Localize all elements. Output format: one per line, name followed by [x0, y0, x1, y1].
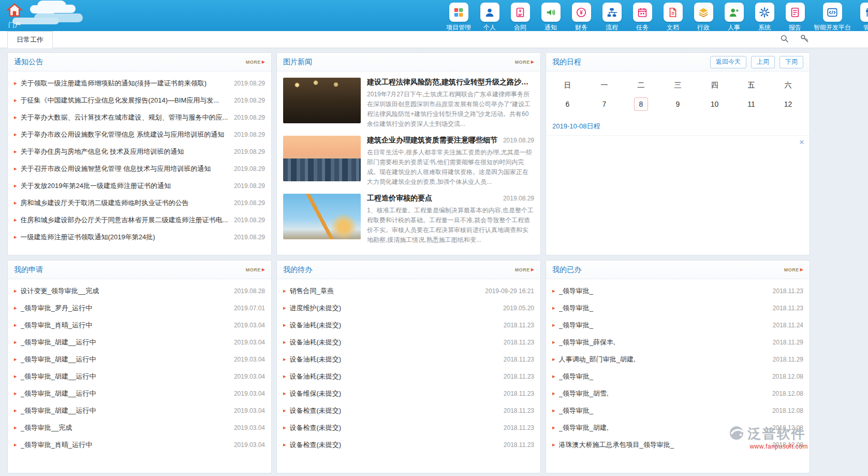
notice-list-item[interactable]: ▸ 关于领取一级注册建造师增项贴的通知(须持一建证书前来领取) 2019.08.… [14, 75, 265, 92]
todo-list-item[interactable]: ▸ 设备检查(未提交) 2018.11.23 [283, 436, 534, 453]
more-link[interactable]: MORE ▶ [515, 267, 534, 272]
application-title: _领导审批_胡建__运行中 [21, 389, 229, 398]
calendar-date[interactable]: 6 [549, 94, 586, 117]
notice-list-item[interactable]: ▸ 一级建造师注册证书领取通知(2019年第24批) 2019.08.29 [14, 228, 265, 246]
notice-list-item[interactable]: ▸ 关于举办大数据、云计算技术在城市建设、规划、管理与服务中的应... 2019… [14, 109, 265, 126]
application-list-item[interactable]: ▸ _领导审批_罗丹_运行中 2019.07.01 [14, 299, 265, 316]
app-personal[interactable]: 个人 [478, 3, 502, 31]
bullet-arrow-icon: ▸ [14, 356, 17, 363]
prev-week-button[interactable]: 上周 [751, 56, 775, 68]
done-date: 2018.12.08 [772, 390, 803, 397]
done-list-item[interactable]: ▸ _领导审批_ 2018.11.24 [552, 316, 803, 334]
notice-list-item[interactable]: ▸ 关于召开市政公用设施智慧化管理 信息技术与应用培训班的通知 2019.08.… [14, 160, 265, 177]
app-finance[interactable]: ¥ 财务 [569, 3, 593, 31]
done-list-item[interactable]: ▸ _领导审批_ 2018.11.23 [552, 282, 803, 299]
close-icon[interactable]: × [799, 138, 804, 147]
application-list-item[interactable]: ▸ _领导审批_胡建__运行中 2019.03.04 [14, 402, 265, 419]
todo-list-item[interactable]: ▸ 进度维护(未提交) 2019.05.20 [283, 299, 534, 316]
bullet-arrow-icon: ▸ [552, 339, 555, 345]
application-list-item[interactable]: ▸ _领导审批_胡建__运行中 2019.03.04 [14, 368, 265, 385]
todo-list-item[interactable]: ▸ 设备油耗(未提交) 2018.11.23 [283, 351, 534, 368]
app-hr[interactable]: 人事 [722, 3, 746, 31]
settings-key-button[interactable] [799, 33, 810, 46]
todo-list-item[interactable]: ▸ 设备油耗(未提交) 2018.11.23 [283, 368, 534, 385]
todo-list-item[interactable]: ▸ 设备油耗(未提交) 2018.11.23 [283, 316, 534, 334]
calendar-date[interactable]: 12 [770, 94, 806, 117]
app-process[interactable]: 流程 [600, 3, 624, 31]
more-link[interactable]: MORE ▶ [246, 60, 265, 65]
bullet-arrow-icon: ▸ [283, 373, 286, 380]
back-to-today-button[interactable]: 返回今天 [710, 56, 746, 68]
application-list-item[interactable]: ▸ 设计变更_领导审批__完成 2019.08.28 [14, 282, 265, 299]
app-notification[interactable]: 通知 [539, 3, 563, 31]
notice-list-item[interactable]: ▸ 关于举办市政公用设施数字化管理信息 系统建设与应用培训班的通知 2019.0… [14, 126, 265, 143]
app-report[interactable]: 报告 [783, 3, 807, 31]
calendar-date-selected[interactable]: 8 [623, 94, 659, 117]
application-list-item[interactable]: ▸ _领导审批__完成 2019.03.04 [14, 419, 265, 436]
day-schedule-link[interactable]: 2019-10-08日程 [546, 117, 810, 136]
tab-daily-work[interactable]: 日常工作 [7, 31, 53, 48]
calendar-date[interactable]: 7 [586, 94, 623, 117]
app-label: 行政 [697, 23, 710, 31]
done-list-item[interactable]: ▸ 人事调动_部门审批_胡建, 2018.11.29 [552, 351, 803, 368]
todo-list-item[interactable]: ▸ 设备油耗(未提交) 2018.11.23 [283, 334, 534, 351]
brand-name: 泛普软件 [747, 425, 805, 443]
news-item[interactable]: 建筑企业办理建筑资质需要注意哪些细节 2019.08.29 在日常生活中,很多人… [283, 136, 534, 187]
applications-list: ▸ 设计变更_领导审批__完成 2019.08.28 ▸ _领导审批_罗丹_运行… [8, 279, 271, 453]
done-list-item[interactable]: ▸ _领导审批_ 2018.12.08 [552, 402, 803, 419]
application-list-item[interactable]: ▸ _领导审批_肖晴_运行中 2019.03.04 [14, 316, 265, 334]
more-link[interactable]: MORE ▶ [515, 60, 534, 65]
app-dev-platform[interactable]: 智能开发平台 [814, 3, 851, 31]
done-list-item[interactable]: ▸ _领导审批_胡雪, 2018.12.08 [552, 385, 803, 402]
more-link[interactable]: MORE ▶ [784, 267, 803, 272]
calendar-date[interactable]: 9 [659, 94, 696, 117]
application-list-item[interactable]: ▸ _领导审批_胡建__运行中 2019.03.04 [14, 351, 265, 368]
app-contract[interactable]: ¥ 合同 [508, 3, 532, 31]
next-week-button[interactable]: 下周 [779, 56, 803, 68]
done-date: 2018.11.23 [773, 287, 803, 295]
notice-list-item[interactable]: ▸ 房和城乡建设厅关于取消二级建造师临时执业证书的公告 2019.08.29 [14, 194, 265, 211]
news-title: 工程造价审核的要点 [367, 194, 499, 203]
todo-list-item[interactable]: ▸ 销售合同_章燕 2019-09-29 16:21 [283, 282, 534, 299]
more-link[interactable]: MORE ▶ [246, 267, 265, 272]
search-button[interactable] [779, 33, 790, 46]
app-system[interactable]: 系统 [753, 3, 776, 31]
application-title: _领导审批_肖晴_运行中 [21, 321, 229, 330]
todo-list-item[interactable]: ▸ 设备检查(未提交) 2018.11.23 [283, 402, 534, 419]
app-project-management[interactable]: 项目管理 [446, 3, 471, 31]
app-label: 项目管理 [446, 23, 471, 31]
weekday-row: 日 一 二 三 四 五 六 [549, 74, 806, 94]
todo-list-item[interactable]: ▸ 设备检查(未提交) 2018.11.23 [283, 419, 534, 436]
done-list-item[interactable]: ▸ _领导审批_ 2018.11.23 [552, 299, 803, 316]
calendar-date[interactable]: 11 [733, 94, 770, 117]
news-list: 建设工程法律风险防范,建筑行业转型升级之路沙龙活动 2019年7月27日下午,土… [277, 71, 540, 255]
bullet-arrow-icon: ▸ [14, 287, 17, 294]
notice-list-item[interactable]: ▸ 于征集《中国建筑施工行业信息化发展报告(2014)—BIM应用与发... 2… [14, 92, 265, 109]
application-list-item[interactable]: ▸ _领导审批_胡建__运行中 2019.03.04 [14, 385, 265, 402]
notice-date: 2019.08.29 [234, 114, 265, 121]
app-management[interactable]: 管理 [858, 3, 868, 31]
notice-title: 一级建造师注册证书领取通知(2019年第24批) [21, 233, 229, 242]
done-title: _领导审批_ [559, 321, 768, 330]
done-list-item[interactable]: ▸ _领导审批_ 2018.12.08 [552, 368, 803, 385]
news-item[interactable]: 工程造价审核的要点 2019.08.29 1、核准工程量。工程量是编制决算最基本… [283, 194, 534, 245]
todo-list-item[interactable]: ▸ 设备维保(未提交) 2018.11.23 [283, 385, 534, 402]
notice-list-item[interactable]: ▸ 关于举办住房与房地产信息化 技术及应用培训班的通知 2019.08.29 [14, 143, 265, 160]
app-document[interactable]: 文档 [661, 3, 685, 31]
portal-home-button[interactable]: 门户 [0, 0, 23, 30]
calendar-date[interactable]: 10 [696, 94, 733, 117]
bullet-arrow-icon: ▸ [552, 305, 555, 311]
notice-list-item[interactable]: ▸ 住房和城乡建设部办公厅关于同意吉林省开展二级建造师注册证书电... 2019… [14, 211, 265, 228]
app-administration[interactable]: 行政 [692, 3, 715, 31]
notice-list-item[interactable]: ▸ 关于发放2019年第24批一级建造师注册证书的通知 2019.08.29 [14, 177, 265, 194]
application-list-item[interactable]: ▸ _领导审批_胡建__运行中 2019.03.04 [14, 334, 265, 351]
done-list-item[interactable]: ▸ _领导审批_薛保丰, 2018.11.29 [552, 334, 803, 351]
news-date: 2019.08.29 [503, 195, 534, 202]
application-title: _领导审批_胡建__运行中 [21, 355, 229, 364]
app-task[interactable]: 任务 [630, 3, 654, 31]
application-list-item[interactable]: ▸ _领导审批_肖晴_运行中 2019.03.04 [14, 436, 265, 453]
more-arrow-icon: ▶ [262, 60, 265, 64]
application-title: _领导审批_罗丹_运行中 [21, 304, 229, 313]
news-item[interactable]: 建设工程法律风险防范,建筑行业转型升级之路沙龙活动 2019年7月27日下午,土… [283, 78, 534, 129]
notices-list: ▸ 关于领取一级注册建造师增项贴的通知(须持一建证书前来领取) 2019.08.… [8, 71, 271, 246]
